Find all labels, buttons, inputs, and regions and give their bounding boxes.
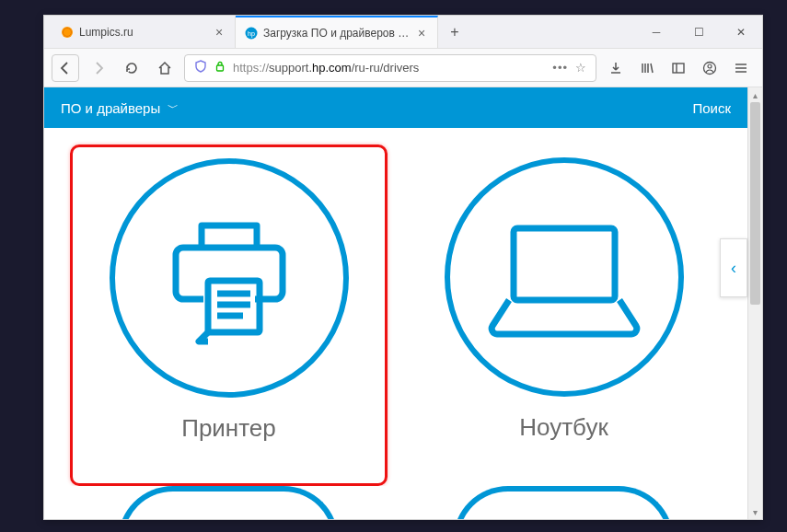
peek-circle[interactable] (405, 486, 722, 519)
card-label: Принтер (181, 414, 276, 443)
scroll-up-button[interactable]: ▴ (748, 87, 762, 102)
sidebar-button[interactable] (665, 54, 692, 82)
tracking-shield-icon[interactable] (194, 60, 207, 75)
browser-window: Lumpics.ru × hp Загрузка ПО и драйверов … (43, 15, 763, 520)
card-circle (110, 158, 349, 398)
svg-point-8 (708, 64, 712, 68)
url-bar[interactable]: https://support.hp.com/ru-ru/drivers •••… (184, 54, 596, 82)
downloads-button[interactable] (602, 54, 630, 82)
window-controls: ─ ☐ ✕ (635, 16, 762, 48)
favicon-hp-icon: hp (245, 27, 258, 40)
device-card-laptop[interactable]: Ноутбук (406, 145, 722, 486)
svg-text:hp: hp (248, 30, 255, 38)
page-content: ПО и драйверы ﹀ Поиск (44, 87, 747, 519)
laptop-icon (481, 199, 647, 355)
url-path: /ru-ru/drivers (352, 61, 420, 75)
url-text: https://support.hp.com/ru-ru/drivers (233, 61, 545, 75)
nav-toolbar: https://support.hp.com/ru-ru/drivers •••… (44, 49, 762, 87)
new-tab-button[interactable]: + (438, 16, 471, 48)
tab-lumpics[interactable]: Lumpics.ru × (52, 16, 236, 48)
peek-circle[interactable] (70, 486, 387, 519)
back-button[interactable] (52, 54, 79, 82)
forward-button[interactable] (85, 54, 112, 82)
bookmark-star-icon[interactable]: ☆ (575, 61, 586, 75)
card-label: Ноутбук (519, 413, 608, 442)
side-flyout-tab[interactable]: ‹ (720, 238, 747, 297)
library-button[interactable] (633, 54, 661, 82)
close-window-button[interactable]: ✕ (720, 16, 762, 48)
viewport: ПО и драйверы ﹀ Поиск (44, 87, 762, 519)
page-actions-icon[interactable]: ••• (552, 61, 568, 75)
menu-button[interactable] (727, 54, 755, 82)
toolbar-right (602, 54, 755, 82)
home-button[interactable] (151, 54, 179, 82)
url-host-left: support. (269, 61, 312, 75)
reload-button[interactable] (118, 54, 145, 82)
printer-icon (151, 200, 307, 356)
maximize-button[interactable]: ☐ (677, 16, 720, 48)
device-card-printer[interactable]: Принтер (70, 145, 388, 486)
next-row-peek (44, 486, 747, 519)
titlebar: Lumpics.ru × hp Загрузка ПО и драйверов … (44, 16, 762, 49)
vertical-scrollbar[interactable]: ▴ ▾ (747, 87, 762, 519)
close-icon[interactable]: × (415, 27, 428, 40)
svg-rect-13 (514, 228, 615, 300)
category-label: ПО и драйверы (61, 100, 160, 116)
chevron-down-icon: ﹀ (168, 100, 179, 116)
search-link[interactable]: Поиск (692, 100, 731, 116)
hp-category-bar: ПО и драйверы ﹀ Поиск (44, 87, 747, 128)
tab-title: Lumpics.ru (79, 26, 207, 39)
category-dropdown[interactable]: ПО и драйверы ﹀ (61, 100, 179, 116)
scroll-thumb[interactable] (750, 102, 760, 305)
card-circle (445, 157, 684, 397)
scroll-down-button[interactable]: ▾ (748, 504, 762, 519)
device-card-row: Принтер Ноутбук (44, 128, 747, 486)
close-icon[interactable]: × (213, 26, 226, 39)
lock-icon[interactable] (214, 61, 226, 75)
svg-rect-5 (673, 64, 684, 73)
url-scheme: https:// (233, 61, 269, 75)
tab-strip: Lumpics.ru × hp Загрузка ПО и драйверов … (44, 16, 635, 48)
url-host: hp.com (312, 61, 352, 75)
tab-hp-drivers[interactable]: hp Загрузка ПО и драйверов HP × (236, 16, 438, 48)
tab-title: Загрузка ПО и драйверов HP (263, 27, 410, 40)
chevron-left-icon: ‹ (731, 259, 736, 278)
account-button[interactable] (696, 54, 723, 82)
minimize-button[interactable]: ─ (635, 16, 677, 48)
favicon-orange-icon (61, 26, 74, 39)
svg-rect-4 (217, 65, 224, 71)
